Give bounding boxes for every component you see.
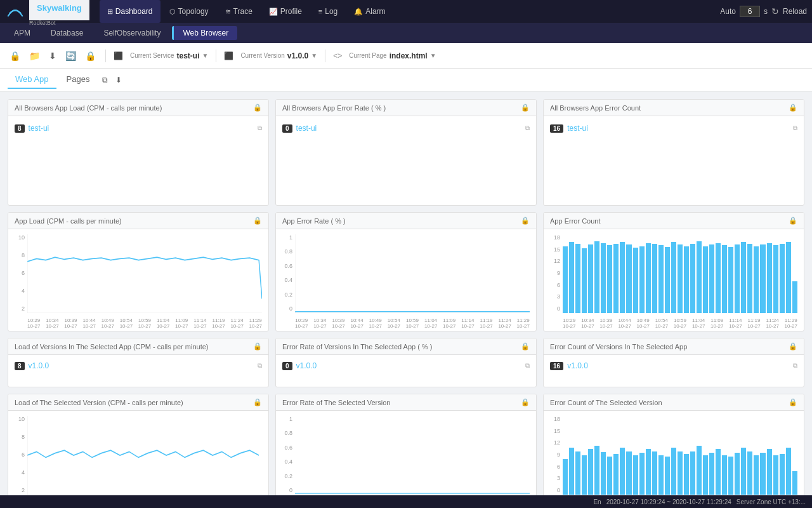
panel-error-rate-versions: Error Rate of Versions In The Selected A… bbox=[275, 338, 537, 387]
page-label: Current Page bbox=[349, 52, 386, 59]
bar bbox=[735, 244, 740, 313]
bar bbox=[780, 454, 785, 495]
bar bbox=[684, 454, 689, 495]
panel-body-error-rate: 0 test-ui ⧉ bbox=[276, 116, 536, 205]
panel-error-count-selected-version-chart: Error Count of The Selected Version 🔒 18… bbox=[543, 394, 804, 495]
tab-download-icon[interactable]: ⬇ bbox=[113, 73, 124, 87]
chart-lock-error-rate[interactable]: 🔒 bbox=[521, 217, 530, 225]
nav-item-dashboard[interactable]: ⊞ Dashboard bbox=[100, 0, 160, 23]
lock2-icon[interactable]: 🔒 bbox=[83, 49, 98, 63]
metric-name-error-rate: test-ui bbox=[296, 124, 317, 133]
bar bbox=[652, 451, 657, 495]
reload-button[interactable]: Reload bbox=[783, 7, 807, 16]
nav-label-alarm: Alarm bbox=[365, 7, 385, 16]
bar bbox=[747, 451, 752, 495]
metric-row-load-versions: 8 v1.0.0 ⧉ bbox=[15, 359, 262, 373]
nav-item-log[interactable]: ≡ Log bbox=[311, 0, 345, 23]
nav-item-profile[interactable]: 📈 Profile bbox=[261, 0, 310, 23]
bar bbox=[728, 247, 733, 313]
chart-lock-error-count-selected[interactable]: 🔒 bbox=[789, 398, 797, 406]
page-icon: <> bbox=[333, 51, 342, 60]
bar bbox=[658, 245, 664, 313]
bar bbox=[588, 244, 593, 313]
bar bbox=[607, 457, 612, 495]
bar bbox=[678, 451, 683, 495]
panel-lock-app-load[interactable]: 🔒 bbox=[253, 104, 262, 112]
metric-copy-error-count[interactable]: ⧉ bbox=[793, 124, 797, 132]
lock-icon[interactable]: 🔒 bbox=[8, 49, 22, 63]
chart-body-load-selected-version: 108642 10:2910-27 10:3410-27 10:3910-27 bbox=[8, 411, 268, 495]
metric-copy-error-rate-versions[interactable]: ⧉ bbox=[525, 362, 530, 370]
panel-load-selected-version-chart: Load of The Selected Version (CPM - call… bbox=[8, 394, 269, 495]
panel-lock-load-versions[interactable]: 🔒 bbox=[253, 342, 262, 351]
panel-header-error-rate: All Browsers App Error Rate ( % ) 🔒 bbox=[276, 100, 536, 116]
metric-name-error-rate-versions: v1.0.0 bbox=[296, 361, 317, 370]
panel-body-error-rate-versions: 0 v1.0.0 ⧉ bbox=[276, 355, 536, 387]
bar bbox=[620, 242, 625, 313]
reload-icon[interactable]: ↻ bbox=[771, 6, 779, 17]
auto-interval-input[interactable] bbox=[740, 6, 760, 17]
bar bbox=[671, 242, 676, 313]
bar bbox=[639, 246, 645, 313]
nav-item-topology[interactable]: ⬡ Topology bbox=[162, 0, 216, 23]
metric-copy-error-rate[interactable]: ⧉ bbox=[525, 124, 530, 132]
page-select[interactable]: Current Page index.html ▼ bbox=[349, 51, 436, 60]
panel-title-error-rate: All Browsers App Error Rate ( % ) bbox=[282, 104, 386, 112]
bar bbox=[767, 243, 772, 313]
download-icon[interactable]: ⬇ bbox=[47, 49, 58, 63]
folder-icon[interactable]: 📁 bbox=[27, 49, 42, 63]
chart-lock-error-rate-selected[interactable]: 🔒 bbox=[521, 398, 530, 406]
metric-copy-error-count-versions[interactable]: ⧉ bbox=[793, 362, 797, 370]
bar bbox=[569, 242, 574, 313]
bar bbox=[678, 244, 683, 313]
tab-copy-icon[interactable]: ⧉ bbox=[100, 73, 110, 87]
chart-header-load-selected-version: Load of The Selected Version (CPM - call… bbox=[8, 394, 268, 411]
version-value: v1.0.0 bbox=[287, 51, 308, 60]
bar bbox=[792, 471, 797, 495]
second-nav-webbrowser[interactable]: Web Browser bbox=[172, 26, 237, 40]
metric-row-error-rate: 0 test-ui ⧉ bbox=[282, 121, 530, 135]
service-value: test-ui bbox=[176, 51, 199, 60]
bar bbox=[569, 448, 574, 495]
service-select[interactable]: Current Service test-ui ▼ bbox=[130, 51, 208, 60]
second-nav-selfobservability[interactable]: SelfObservability bbox=[95, 26, 169, 40]
bar bbox=[792, 281, 797, 313]
bar bbox=[601, 452, 606, 495]
metric-copy-app-load[interactable]: ⧉ bbox=[258, 124, 262, 132]
metric-row-error-count: 16 test-ui ⧉ bbox=[550, 121, 797, 135]
panel-app-load-chart: App Load (CPM - calls per minute) 🔒 1086… bbox=[8, 212, 269, 331]
panel-lock-error-count[interactable]: 🔒 bbox=[789, 104, 797, 112]
panel-lock-error-count-versions[interactable]: 🔒 bbox=[789, 342, 797, 351]
panel-lock-error-rate[interactable]: 🔒 bbox=[521, 104, 530, 112]
metric-row-app-load: 8 test-ui ⧉ bbox=[15, 121, 262, 135]
panel-header-error-count-versions: Error Count of Versions In The Selected … bbox=[544, 338, 804, 355]
bar bbox=[633, 455, 638, 495]
metric-copy-load-versions[interactable]: ⧉ bbox=[258, 362, 262, 370]
panel-body-error-count: 16 test-ui ⧉ bbox=[544, 116, 804, 205]
tab-pages[interactable]: Pages bbox=[59, 70, 98, 89]
second-nav-apm[interactable]: APM bbox=[5, 26, 39, 40]
nav-item-alarm[interactable]: 🔔 Alarm bbox=[346, 0, 393, 23]
chart-lock-load-selected-version[interactable]: 🔒 bbox=[253, 398, 262, 406]
version-select[interactable]: Current Version v1.0.0 ▼ bbox=[240, 51, 317, 60]
chart-body-error-count: 1815129630 10:2910-27 10:3410-27 10:3910… bbox=[544, 229, 804, 331]
nav-item-trace[interactable]: ≋ Trace bbox=[218, 0, 260, 23]
service-arrow: ▼ bbox=[202, 52, 208, 59]
auto-unit: s bbox=[764, 7, 768, 16]
chart-title-error-count-selected: Error Count of The Selected Version bbox=[550, 399, 662, 406]
bar bbox=[594, 446, 599, 495]
chart-lock-app-load[interactable]: 🔒 bbox=[253, 217, 262, 225]
line-chart-app-load bbox=[27, 234, 262, 313]
second-nav-database[interactable]: Database bbox=[42, 26, 92, 40]
chart-lock-error-count[interactable]: 🔒 bbox=[789, 217, 797, 225]
bar bbox=[703, 246, 708, 313]
tab-webapp[interactable]: Web App bbox=[8, 70, 56, 89]
panel-error-count-versions: Error Count of Versions In The Selected … bbox=[543, 338, 804, 387]
version-row: Load of Versions In The Selected App (CP… bbox=[8, 338, 804, 387]
metric-name-error-count: test-ui bbox=[567, 124, 588, 133]
bar bbox=[620, 448, 625, 495]
refresh-icon[interactable]: 🔄 bbox=[63, 49, 78, 63]
panel-lock-error-rate-versions[interactable]: 🔒 bbox=[521, 342, 530, 351]
y-axis-error-count-selected: 1815129630 bbox=[550, 416, 560, 493]
bar bbox=[639, 453, 645, 495]
